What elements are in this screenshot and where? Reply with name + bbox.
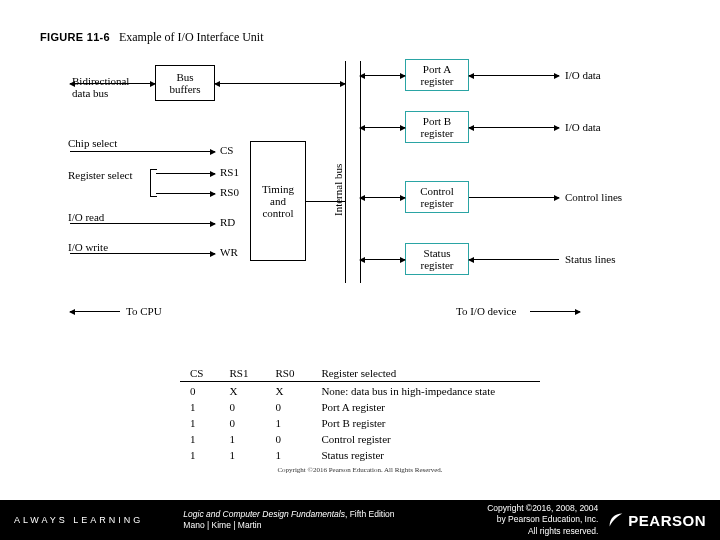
wire-stat-in [469, 259, 559, 260]
label-register-select: Register select [68, 169, 132, 181]
inner-copyright: Copyright ©2016 Pearson Education. All R… [40, 466, 680, 474]
table-cell: Status register [311, 447, 540, 463]
table-cell: 1 [180, 415, 219, 431]
always-learning: ALWAYS LEARNING [14, 515, 143, 525]
wire-ctrl-out [469, 197, 559, 198]
internal-bus-line-right [360, 61, 361, 283]
wire-busbuf-to-ibus [215, 83, 345, 84]
table-cell: 1 [180, 447, 219, 463]
block-bus-buffers: Busbuffers [155, 65, 215, 101]
pearson-brand: PEARSON [628, 512, 706, 529]
label-io-data-a: I/O data [565, 69, 601, 81]
figure-caption: Example of I/O Interface Unit [119, 30, 264, 44]
table-cell: X [219, 382, 265, 400]
wire-wr [70, 253, 215, 254]
table-cell: Control register [311, 431, 540, 447]
pearson-logo: PEARSON [608, 512, 706, 529]
table-cell: 1 [219, 447, 265, 463]
wire-rs0 [156, 193, 215, 194]
wire-ibus-ctrl [360, 197, 405, 198]
label-wr-pin: WR [220, 246, 238, 258]
table-row: 110Control register [180, 431, 540, 447]
arrow-to-io [530, 311, 580, 312]
table-row: 101Port B register [180, 415, 540, 431]
wire-data-bus [70, 83, 155, 84]
book-credit: Logic and Computer Design Fundamentals, … [183, 509, 394, 531]
wire-porta-io [469, 75, 559, 76]
internal-bus-line-left [345, 61, 346, 283]
arrow-to-cpu [70, 311, 120, 312]
figure-number: FIGURE 11-6 [40, 31, 110, 43]
table-header: RS1 [219, 365, 265, 382]
block-control-reg: Controlregister [405, 181, 469, 213]
wire-ibus-stat [360, 259, 405, 260]
table-cell: 0 [219, 399, 265, 415]
book-title: Logic and Computer Design Fundamentals [183, 509, 345, 519]
book-edition: , Fifth Edition [345, 509, 395, 519]
wire-rs1 [156, 173, 215, 174]
label-rd-pin: RD [220, 216, 235, 228]
table-cell: 0 [265, 399, 311, 415]
table-cell: Port B register [311, 415, 540, 431]
table-cell: 1 [180, 431, 219, 447]
table-row: 100Port A register [180, 399, 540, 415]
wire-portb-io [469, 127, 559, 128]
label-internal-bus: Internal bus [332, 164, 344, 216]
label-status-lines: Status lines [565, 253, 615, 265]
table-header: Register selected [311, 365, 540, 382]
table-row: 111Status register [180, 447, 540, 463]
table-cell: X [265, 382, 311, 400]
block-status-reg: Statusregister [405, 243, 469, 275]
table-cell: 0 [265, 431, 311, 447]
io-interface-diagram: Bidirectionaldata bus Busbuffers Timinga… [60, 51, 660, 361]
table-cell: 0 [219, 415, 265, 431]
label-rs0-pin: RS0 [220, 186, 239, 198]
label-cs-pin: CS [220, 144, 233, 156]
label-to-cpu: To CPU [126, 305, 162, 317]
table-cell: 1 [265, 447, 311, 463]
table-cell: None: data bus in high-impedance state [311, 382, 540, 400]
label-io-data-b: I/O data [565, 121, 601, 133]
table-header: RS0 [265, 365, 311, 382]
table-cell: 1 [180, 399, 219, 415]
footer-copyright: Copyright ©2016, 2008, 2004by Pearson Ed… [487, 503, 598, 536]
block-port-a: Port Aregister [405, 59, 469, 91]
label-rs1-pin: RS1 [220, 166, 239, 178]
wire-ibus-porta [360, 75, 405, 76]
block-timing-control: Timingandcontrol [250, 141, 306, 261]
label-control-lines: Control lines [565, 191, 622, 203]
block-port-b: Port Bregister [405, 111, 469, 143]
label-to-io: To I/O device [456, 305, 516, 317]
table-cell: 0 [180, 382, 219, 400]
label-chip-select: Chip select [68, 137, 117, 149]
table-cell: 1 [219, 431, 265, 447]
table-cell: Port A register [311, 399, 540, 415]
table-row: 0XXNone: data bus in high-impedance stat… [180, 382, 540, 400]
table-cell: 1 [265, 415, 311, 431]
wire-cs [70, 151, 215, 152]
table-header: CS [180, 365, 219, 382]
brace-register-select [150, 169, 151, 197]
label-bidirectional-bus: Bidirectionaldata bus [72, 75, 129, 99]
footer-bar: ALWAYS LEARNING Logic and Computer Desig… [0, 500, 720, 540]
register-select-table: CSRS1RS0Register selected 0XXNone: data … [180, 365, 540, 463]
pearson-swoosh-icon [608, 512, 624, 528]
book-authors: Mano | Kime | Martin [183, 520, 261, 530]
wire-rd [70, 223, 215, 224]
figure-title: FIGURE 11-6 Example of I/O Interface Uni… [40, 30, 680, 45]
label-io-read: I/O read [68, 211, 104, 223]
label-io-write: I/O write [68, 241, 108, 253]
wire-ibus-portb [360, 127, 405, 128]
wire-timing-to-ibus [306, 201, 345, 202]
